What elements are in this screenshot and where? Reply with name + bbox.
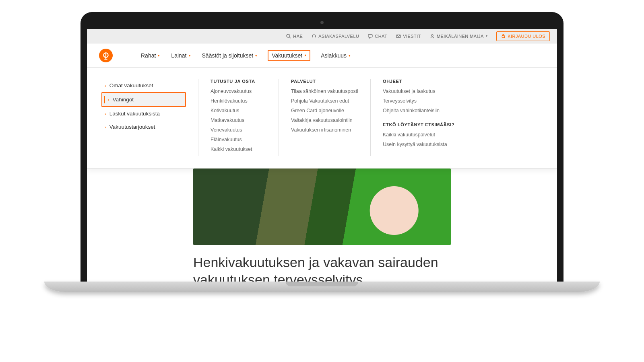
mega-link[interactable]: Matkavakuutus: [211, 117, 266, 123]
mega-link[interactable]: Venevakuutus: [211, 127, 266, 133]
svg-point-0: [287, 34, 290, 37]
messages-link[interactable]: VIESTIT: [396, 34, 421, 39]
mega-link[interactable]: Kaikki vakuutukset: [211, 146, 266, 152]
support-label: ASIAKASPALVELU: [318, 34, 359, 39]
nav-asiakkuus[interactable]: Asiakkuus ▾: [320, 50, 351, 61]
nav-vakuutukset[interactable]: Vakuutukset ▾: [268, 50, 310, 61]
mega-col-ohjeet: OHJEET Vakuutukset ja laskutus Terveysse…: [370, 79, 466, 156]
support-link[interactable]: ASIAKASPALVELU: [312, 34, 359, 39]
mega-link[interactable]: Usein kysyttyä vakuutuksista: [383, 142, 454, 147]
chevron-down-icon: ▾: [158, 53, 160, 58]
mega-link[interactable]: Vakuutukset ja laskutus: [383, 88, 454, 94]
chevron-down-icon: ▾: [189, 53, 191, 58]
person-icon: [430, 34, 435, 39]
mega-heading: OHJEET: [383, 79, 454, 84]
nav-rahat[interactable]: Rahat ▾: [140, 50, 161, 61]
chat-label: CHAT: [375, 34, 387, 39]
main-nav: Rahat ▾ Lainat ▾ Säästöt ja sijoitukset …: [87, 43, 557, 68]
mega-link[interactable]: Pohjola Vakuutuksen edut: [291, 98, 358, 104]
chat-icon: [368, 34, 373, 39]
search-link[interactable]: HAE: [286, 34, 303, 39]
mega-link[interactable]: Valtakirja vakuutusasiointiin: [291, 117, 358, 123]
lock-icon: [501, 34, 506, 39]
mega-heading: PALVELUT: [291, 79, 358, 84]
headset-icon: [312, 34, 316, 39]
mega-link[interactable]: Terveysselvitys: [383, 98, 454, 104]
nav-label: Säästöt ja sijoitukset: [202, 52, 254, 59]
quick-label: Laskut vakuutuksista: [109, 111, 160, 117]
quick-vahingot[interactable]: › Vahingot: [101, 92, 186, 107]
chevron-down-icon: ▾: [486, 34, 487, 38]
mega-heading: ETKÖ LÖYTÄNYT ETSIMÄÄSI?: [383, 122, 454, 127]
svg-rect-4: [368, 34, 372, 37]
camera-dot: [320, 21, 324, 24]
chevron-down-icon: ▾: [349, 53, 351, 58]
chevron-up-icon: ▾: [304, 53, 306, 58]
user-name: MEIKÄLÄINEN MAIJA: [437, 34, 484, 39]
quick-omat-vakuutukset[interactable]: › Omat vakuutukset: [101, 79, 186, 92]
mail-icon: [396, 34, 401, 39]
utility-bar: HAE ASIAKASPALVELU CHAT: [87, 29, 557, 43]
chevron-right-icon: ›: [105, 83, 106, 88]
laptop-notch: [286, 282, 358, 286]
logout-button[interactable]: KIRJAUDU ULOS: [496, 31, 550, 41]
nav-label: Lainat: [171, 52, 186, 59]
svg-rect-3: [315, 36, 316, 37]
logout-label: KIRJAUDU ULOS: [508, 34, 545, 39]
chevron-right-icon: ›: [105, 111, 106, 116]
chevron-down-icon: ▾: [255, 53, 257, 58]
svg-line-1: [289, 37, 291, 38]
screen-bezel: HAE ASIAKASPALVELU CHAT: [80, 12, 564, 282]
chevron-right-icon: ›: [105, 125, 106, 130]
quick-label: Vahingot: [113, 97, 134, 103]
user-menu[interactable]: MEIKÄLÄINEN MAIJA ▾: [430, 34, 487, 39]
screen: HAE ASIAKASPALVELU CHAT: [87, 29, 557, 282]
chat-link[interactable]: CHAT: [368, 34, 387, 39]
laptop-base: [44, 282, 600, 292]
laptop-frame: HAE ASIAKASPALVELU CHAT: [80, 12, 564, 292]
messages-label: VIESTIT: [403, 34, 421, 39]
svg-rect-2: [312, 36, 313, 37]
mega-col-palvelut: PALVELUT Tilaa sähköinen vakuutusposti P…: [279, 79, 370, 156]
mega-heading: TUTUSTU JA OSTA: [211, 79, 266, 84]
quick-label: Omat vakuutukset: [109, 82, 153, 88]
hero-image: [193, 169, 451, 245]
search-label: HAE: [293, 34, 303, 39]
chevron-right-icon: ›: [108, 97, 109, 102]
svg-rect-7: [502, 36, 504, 38]
mega-quick-links: › Omat vakuutukset › Vahingot › Laskut v…: [101, 79, 198, 156]
mega-link[interactable]: Kaikki vakuutuspalvelut: [383, 132, 454, 138]
mega-menu: › Omat vakuutukset › Vahingot › Laskut v…: [87, 68, 557, 169]
quick-tarjoukset[interactable]: › Vakuutustarjoukset: [101, 120, 186, 134]
brand-logo[interactable]: [99, 49, 113, 62]
search-icon: [286, 34, 291, 39]
page-title: Henkivakuutuksen ja vakavan sairauden va…: [193, 254, 451, 282]
mega-link[interactable]: Vakuutuksen irtisanominen: [291, 127, 358, 133]
quick-label: Vakuutustarjoukset: [109, 124, 155, 130]
nav-label: Vakuutukset: [272, 52, 302, 59]
mega-link[interactable]: Green Card ajoneuvolle: [291, 108, 358, 113]
mega-link[interactable]: Henkilövakuutus: [211, 98, 266, 104]
mega-link[interactable]: Ajoneuvovakuutus: [211, 88, 266, 94]
mega-link[interactable]: Eläinvakuutus: [211, 137, 266, 142]
svg-point-6: [431, 34, 433, 36]
nav-saastot[interactable]: Säästöt ja sijoitukset ▾: [201, 50, 258, 61]
mega-link[interactable]: Kotivakuutus: [211, 108, 266, 113]
nav-lainat[interactable]: Lainat ▾: [170, 50, 191, 61]
mega-col-tutustu: TUTUSTU JA OSTA Ajoneuvovakuutus Henkilö…: [198, 79, 279, 156]
mega-link[interactable]: Tilaa sähköinen vakuutusposti: [291, 88, 358, 94]
nav-label: Asiakkuus: [321, 52, 347, 59]
quick-laskut[interactable]: › Laskut vakuutuksista: [101, 107, 186, 120]
nav-label: Rahat: [141, 52, 156, 59]
mega-link[interactable]: Ohjeita vahinkotilanteisiin: [383, 108, 454, 113]
